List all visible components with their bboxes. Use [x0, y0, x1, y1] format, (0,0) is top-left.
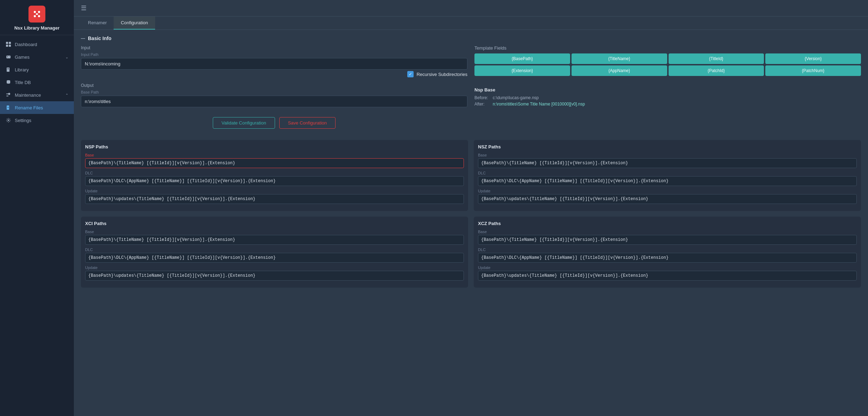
recursive-checkbox[interactable]: ✓	[407, 71, 414, 77]
template-tag-6[interactable]: {PatchId}	[669, 65, 764, 76]
input-path-input[interactable]	[81, 58, 467, 70]
template-tag-7[interactable]: {PatchNum}	[765, 65, 861, 76]
nsp-after-value: n:\roms\titles\Some Title Name [0010000]…	[493, 102, 585, 107]
chevron-down-icon: ⌄	[65, 55, 68, 59]
sidebar-item-games[interactable]: Games ⌄	[0, 51, 74, 63]
xcz-dlc-input[interactable]	[478, 253, 857, 263]
base-path-input[interactable]	[81, 96, 467, 107]
template-tag-4[interactable]: {Extension}	[474, 65, 570, 76]
tab-configuration[interactable]: Configuration	[114, 17, 155, 30]
app-name: Nsx Library Manager	[14, 25, 60, 31]
left-column: Input Input Path ✓ Recursive Subdirector…	[81, 45, 467, 134]
svg-rect-4	[36, 13, 38, 15]
save-config-button[interactable]: Save Configuration	[279, 117, 336, 129]
template-tag-3[interactable]: {Version}	[765, 53, 861, 64]
svg-marker-21	[9, 105, 10, 107]
svg-point-14	[9, 56, 9, 57]
base-path-field: Base Path	[81, 90, 467, 107]
sidebar-item-library[interactable]: Library	[0, 63, 74, 76]
validate-config-button[interactable]: Validate Configuration	[213, 117, 275, 129]
template-fields-section: Template Fields {BasePath} {TitleName} {…	[474, 45, 861, 82]
hamburger-menu-icon[interactable]: ☰	[81, 4, 87, 12]
content-area: — Basic Info Input Input Path ✓	[74, 30, 868, 416]
xcz-dlc-field: DLC	[478, 248, 857, 263]
nsp-update-label: Update	[85, 189, 464, 193]
svg-rect-19	[6, 96, 8, 96]
sidebar-item-title-db[interactable]: Title DB	[0, 76, 74, 89]
nsp-base-section: Nsp Base Before: c:\dump\lucas-game.nsp …	[474, 87, 861, 108]
input-section-label: Input	[81, 45, 467, 50]
book-icon	[6, 67, 11, 72]
xci-base-field: Base	[85, 230, 464, 245]
nsz-dlc-input[interactable]	[478, 176, 857, 186]
svg-rect-16	[7, 68, 9, 69]
xci-paths-title: XCI Paths	[85, 221, 464, 226]
input-section: Input Input Path ✓ Recursive Subdirector…	[81, 45, 467, 79]
svg-rect-12	[8, 57, 8, 57]
sidebar: Nsx Library Manager Dashboard Games ⌄ Li…	[0, 0, 74, 416]
template-tag-5[interactable]: {AppName}	[572, 65, 667, 76]
svg-rect-11	[8, 56, 8, 56]
sidebar-item-library-label: Library	[15, 67, 68, 72]
nsz-dlc-label: DLC	[478, 171, 857, 175]
nsp-after-label: After:	[474, 102, 490, 107]
nsp-base-label: Base	[85, 153, 464, 157]
xci-update-input[interactable]	[85, 271, 464, 281]
nsz-base-label: Base	[478, 153, 857, 157]
collapse-icon[interactable]: —	[81, 36, 85, 41]
chevron-up-icon: ⌃	[65, 93, 68, 97]
svg-point-24	[8, 120, 9, 121]
checkmark-icon: ✓	[409, 72, 412, 77]
svg-point-0	[34, 11, 36, 13]
nsp-before-label: Before:	[474, 95, 490, 100]
nsz-update-input[interactable]	[478, 194, 857, 204]
svg-point-1	[38, 11, 40, 13]
xci-paths-section: XCI Paths Base DLC Update	[81, 217, 468, 288]
svg-rect-8	[9, 45, 11, 47]
xci-dlc-input[interactable]	[85, 253, 464, 263]
xcz-update-input[interactable]	[478, 271, 857, 281]
right-column: Template Fields {BasePath} {TitleName} {…	[474, 45, 861, 134]
template-tag-2[interactable]: {TitleId}	[669, 53, 764, 64]
nsp-update-input[interactable]	[85, 194, 464, 204]
nsp-base-input[interactable]	[85, 158, 464, 168]
nsp-base-title: Nsp Base	[474, 87, 861, 92]
nsp-base-after-row: After: n:\roms\titles\Some Title Name [0…	[474, 102, 861, 107]
tab-bar: Renamer Configuration	[74, 17, 868, 30]
xci-base-input[interactable]	[85, 235, 464, 245]
nsp-dlc-input[interactable]	[85, 176, 464, 186]
svg-point-2	[34, 15, 36, 17]
topbar: ☰	[74, 0, 868, 17]
xcz-paths-title: XCZ Paths	[478, 221, 857, 226]
template-tag-1[interactable]: {TitleName}	[572, 53, 667, 64]
sidebar-nav: Dashboard Games ⌄ Library Title DB Mai	[0, 35, 74, 416]
nsp-base-field: Base	[85, 153, 464, 168]
nsp-update-field: Update	[85, 189, 464, 204]
file-icon	[6, 105, 11, 110]
xcz-base-input[interactable]	[478, 235, 857, 245]
basic-info-section-header: — Basic Info	[81, 36, 861, 41]
sidebar-item-maintenance[interactable]: Maintenance ⌃	[0, 89, 74, 101]
tab-renamer[interactable]: Renamer	[81, 17, 114, 30]
nsp-base-before-row: Before: c:\dump\lucas-game.nsp	[474, 95, 861, 100]
sidebar-item-rename-files[interactable]: Rename Files	[0, 101, 74, 114]
nsp-before-value: c:\dump\lucas-game.nsp	[493, 95, 539, 100]
template-tag-0[interactable]: {BasePath}	[474, 53, 570, 64]
xci-update-field: Update	[85, 265, 464, 281]
sidebar-item-games-label: Games	[15, 55, 62, 60]
recursive-label: Recursive Subdirectories	[416, 72, 467, 77]
sidebar-item-settings-label: Settings	[15, 118, 68, 123]
nsz-dlc-field: DLC	[478, 171, 857, 186]
template-tags-grid: {BasePath} {TitleName} {TitleId} {Versio…	[474, 53, 861, 76]
nsp-dlc-field: DLC	[85, 171, 464, 186]
xci-base-label: Base	[85, 230, 464, 234]
sidebar-item-settings[interactable]: Settings	[0, 114, 74, 127]
svg-rect-15	[7, 68, 9, 72]
app-logo-icon	[28, 6, 45, 23]
nsz-base-input[interactable]	[478, 158, 857, 168]
svg-rect-22	[7, 107, 9, 107]
sidebar-item-dashboard[interactable]: Dashboard	[0, 38, 74, 51]
nsp-paths-title: NSP Paths	[85, 144, 464, 149]
nsz-paths-section: NSZ Paths Base DLC Update	[474, 140, 861, 211]
svg-rect-7	[6, 45, 8, 47]
